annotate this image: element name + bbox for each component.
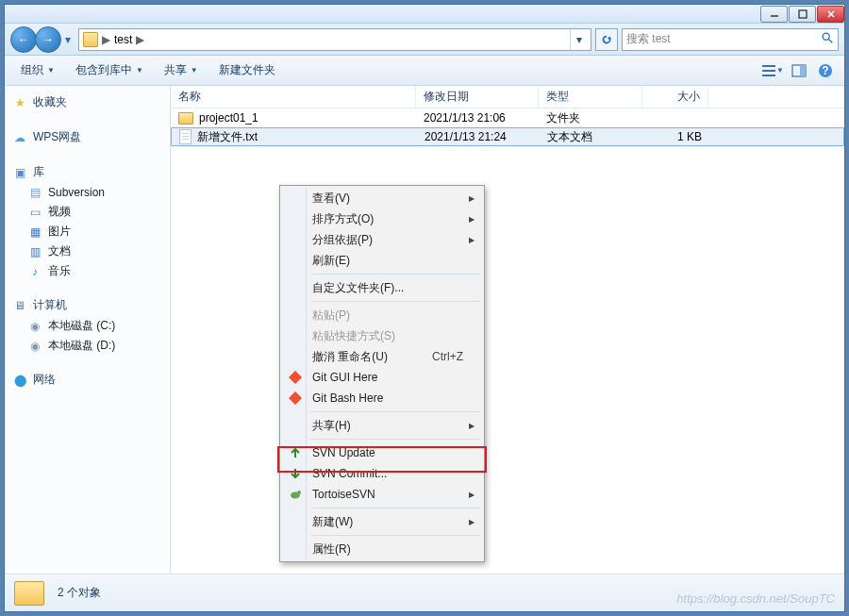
col-name[interactable]: 名称 (171, 86, 416, 108)
context-item[interactable]: 新建(W) (282, 511, 482, 532)
sidebar-network[interactable]: ⬤ 网络 (7, 369, 168, 391)
column-headers: 名称 修改日期 类型 大小 (171, 86, 844, 108)
breadcrumb[interactable]: ▶ test ▶ ▾ (78, 28, 591, 51)
context-item[interactable]: 自定义文件夹(F)... (282, 277, 482, 298)
svg-rect-9 (289, 371, 302, 384)
svg-text:?: ? (822, 64, 828, 77)
context-item[interactable]: Git GUI Here (282, 367, 482, 388)
svg-rect-2 (762, 65, 775, 67)
context-item-label: 新建(W) (312, 514, 353, 530)
sidebar-libraries[interactable]: ▣ 库 (7, 161, 168, 183)
sidebar-favorites[interactable]: ★ 收藏夹 (7, 92, 168, 113)
book-icon: ▤ (27, 185, 42, 200)
sidebar-item-drive-d[interactable]: ◉本地磁盘 (D:) (7, 336, 168, 356)
close-button[interactable] (817, 6, 844, 23)
refresh-button[interactable] (595, 28, 618, 51)
include-in-library-button[interactable]: 包含到库中▼ (67, 58, 152, 82)
network-icon: ⬤ (12, 373, 27, 388)
breadcrumb-dropdown[interactable]: ▾ (570, 29, 587, 50)
library-icon: ▣ (12, 165, 27, 180)
nav-back-button[interactable]: ← (10, 26, 37, 53)
computer-icon: 🖥 (12, 298, 27, 313)
sidebar-item-documents[interactable]: ▥文档 (7, 241, 168, 261)
context-item-label: 排序方式(O) (312, 211, 374, 227)
sidebar-item-subversion[interactable]: ▤Subversion (7, 183, 168, 202)
minimize-button[interactable] (760, 6, 788, 23)
sidebar-wps[interactable]: ☁ WPS网盘 (7, 126, 168, 148)
context-item[interactable]: 刷新(E) (282, 250, 482, 271)
sidebar-computer[interactable]: 🖥 计算机 (7, 294, 168, 316)
col-type[interactable]: 类型 (539, 86, 642, 108)
context-item-label: SVN Commit... (312, 467, 387, 480)
organize-button[interactable]: 组织▼ (12, 58, 63, 82)
table-row[interactable]: 新增文件.txt2021/1/13 21:24文本文档1 KB (171, 127, 844, 146)
context-item[interactable]: 撤消 重命名(U)Ctrl+Z (282, 346, 482, 367)
context-item-label: 粘贴快捷方式(S) (312, 328, 395, 344)
context-item-label: 自定义文件夹(F)... (312, 280, 404, 296)
maximize-button[interactable] (789, 6, 816, 23)
search-input[interactable]: 搜索 test (622, 28, 839, 51)
folder-icon (83, 32, 98, 47)
context-item-label: Git GUI Here (312, 371, 377, 384)
context-item[interactable]: TortoiseSVN (282, 484, 482, 505)
context-separator (310, 411, 480, 412)
text-file-icon (179, 129, 191, 144)
sidebar-item-videos[interactable]: ▭视频 (7, 202, 168, 222)
folder-icon (14, 581, 44, 606)
breadcrumb-item[interactable]: test (114, 33, 132, 46)
svg-point-12 (297, 491, 301, 494)
search-icon (821, 31, 834, 47)
view-options-button[interactable]: ▼ (761, 60, 784, 81)
svn-update-icon (287, 444, 304, 461)
context-item[interactable]: 共享(H) (282, 415, 482, 436)
context-item-label: 查看(V) (312, 191, 350, 207)
preview-pane-button[interactable] (788, 60, 810, 81)
context-item[interactable]: 排序方式(O) (282, 208, 482, 229)
col-date[interactable]: 修改日期 (416, 86, 539, 108)
context-item[interactable]: 属性(R) (282, 539, 482, 559)
table-row[interactable]: project01_12021/1/13 21:06文件夹 (171, 108, 844, 127)
music-icon: ♪ (27, 264, 42, 279)
search-placeholder: 搜索 test (626, 31, 671, 47)
context-separator (310, 508, 480, 508)
toolbar: 组织▼ 包含到库中▼ 共享▼ 新建文件夹 ▼ ? (5, 56, 844, 86)
git-icon (287, 369, 304, 386)
svg-rect-6 (800, 65, 806, 76)
context-item-label: SVN Update (312, 446, 375, 459)
star-icon: ★ (12, 95, 27, 110)
file-date: 2021/1/13 21:06 (416, 111, 539, 125)
context-item-label: Git Bash Here (312, 391, 383, 405)
context-item: 粘贴(P) (282, 305, 482, 325)
sidebar-item-music[interactable]: ♪音乐 (7, 261, 168, 281)
context-separator (310, 535, 480, 536)
new-folder-button[interactable]: 新建文件夹 (210, 58, 284, 82)
svg-rect-10 (289, 391, 302, 405)
context-menu: 查看(V)排序方式(O)分组依据(P)刷新(E)自定义文件夹(F)...粘贴(P… (279, 185, 485, 562)
svg-rect-3 (762, 70, 775, 72)
context-separator (310, 301, 480, 302)
file-name: project01_1 (199, 111, 258, 125)
context-shortcut: Ctrl+Z (432, 350, 463, 363)
file-date: 2021/1/13 21:24 (417, 130, 540, 143)
sidebar-item-pictures[interactable]: ▦图片 (7, 222, 168, 241)
context-item[interactable]: SVN Update (282, 442, 482, 463)
nav-forward-button[interactable]: → (35, 26, 61, 53)
title-bar (5, 5, 844, 24)
context-item[interactable]: Git Bash Here (282, 388, 482, 408)
context-item[interactable]: 分组依据(P) (282, 229, 482, 250)
context-item[interactable]: 查看(V) (282, 188, 482, 208)
context-item[interactable]: SVN Commit... (282, 463, 482, 484)
breadcrumb-sep: ▶ (134, 33, 146, 46)
svn-commit-icon (287, 465, 304, 482)
cloud-icon: ☁ (12, 130, 27, 145)
sidebar-item-drive-c[interactable]: ◉本地磁盘 (C:) (7, 316, 168, 336)
file-size: 1 KB (643, 130, 709, 143)
help-button[interactable]: ? (814, 60, 837, 81)
git-icon (287, 390, 304, 407)
status-count: 2 个对象 (58, 585, 101, 601)
share-button[interactable]: 共享▼ (156, 58, 207, 82)
context-item-label: 粘贴(P) (312, 308, 350, 324)
col-size[interactable]: 大小 (642, 86, 708, 108)
nav-history-dropdown[interactable]: ▾ (61, 33, 75, 46)
document-icon: ▥ (27, 244, 42, 259)
